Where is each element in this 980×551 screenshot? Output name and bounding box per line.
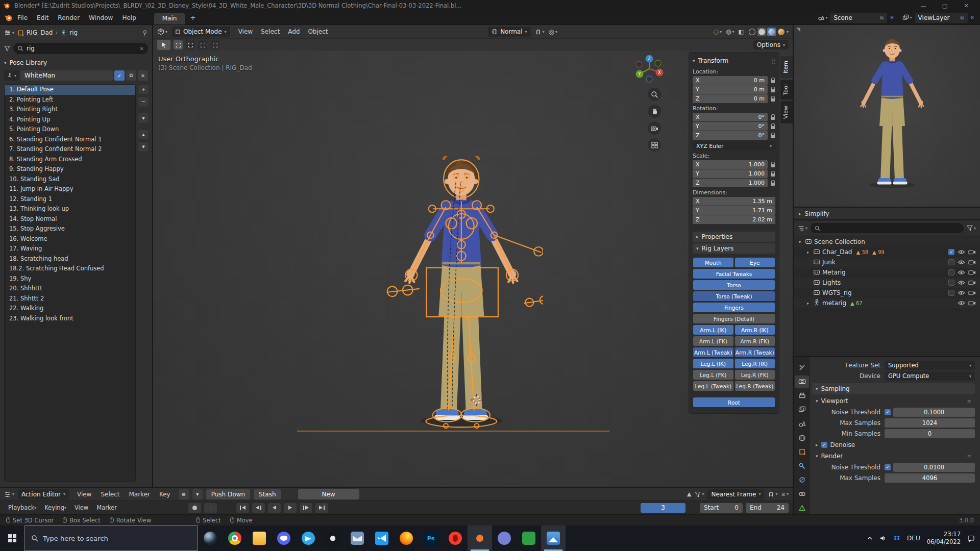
move-pose-down-button[interactable]: ▾ xyxy=(138,141,149,152)
play-reverse-button[interactable] xyxy=(268,503,281,513)
disable-render-icon[interactable] xyxy=(968,269,976,276)
outliner-row-char-dad[interactable]: ▸Char_Dad▲ 38▲ 99✓ xyxy=(794,247,980,257)
dopesheet-menu-marker[interactable]: Marker xyxy=(124,487,154,501)
viewlayer-browse-button[interactable]: ▾ xyxy=(901,13,914,23)
play-button[interactable] xyxy=(284,503,297,513)
navigation-gizmo[interactable]: Z X Y xyxy=(634,54,664,84)
filter-button[interactable] xyxy=(4,45,10,52)
dopesheet-menu-key[interactable]: Key xyxy=(155,487,175,501)
simplify-panel-header[interactable]: ▸ Simplify xyxy=(794,207,980,219)
next-keyframe-button[interactable] xyxy=(300,503,312,513)
select-mode-extend-button[interactable] xyxy=(186,40,195,49)
tab-constraint-properties[interactable] xyxy=(795,488,809,500)
lock-icon[interactable] xyxy=(770,77,775,84)
playback-menu-playback[interactable]: Playback ▾ xyxy=(4,501,40,515)
tab-world-properties[interactable] xyxy=(795,432,809,444)
tab-viewlayer-properties[interactable] xyxy=(795,404,809,416)
pose-item[interactable]: 18. Scratching head xyxy=(5,254,135,264)
viewport-canvas[interactable]: User Orthographic (3) Scene Collection |… xyxy=(153,51,793,487)
tab-scene-properties[interactable] xyxy=(795,417,809,430)
viewport-menu-add[interactable]: Add xyxy=(284,25,304,39)
keyboard-language[interactable]: DEU xyxy=(907,535,920,542)
rig-layer-torso[interactable]: Torso xyxy=(693,280,775,290)
outliner-row-wgts-rig[interactable]: WGTS_rig xyxy=(794,288,980,298)
denoise-checkbox[interactable]: ✓ xyxy=(821,442,827,448)
taskbar-search-input[interactable]: Type here to search xyxy=(24,525,198,551)
tab-render-properties[interactable] xyxy=(795,375,809,388)
pose-item[interactable]: 2. Pointing Left xyxy=(5,95,135,105)
snap-toggle[interactable]: ▾ xyxy=(535,29,545,35)
gizmos-toggle[interactable]: ◌ ▾ xyxy=(714,28,722,35)
tab-view[interactable]: View xyxy=(780,101,793,123)
tab-object-properties[interactable] xyxy=(795,445,809,458)
rotation-mode-dropdown[interactable]: XYZ Euler ▾ xyxy=(693,141,775,151)
taskbar-app-telegram[interactable] xyxy=(296,525,321,551)
hide-eye-icon[interactable] xyxy=(958,269,965,276)
clear-search-icon[interactable]: ✕ xyxy=(140,46,144,52)
render-noise-threshold-checkbox[interactable]: ✓ xyxy=(885,464,891,470)
dimension-field-z[interactable]: Z2.02 m xyxy=(693,215,775,224)
taskbar-app-file-explorer[interactable] xyxy=(247,525,272,551)
playback-menu-keying[interactable]: Keying ▾ xyxy=(40,501,70,515)
rig-layer-leg-r-tweak[interactable]: Leg.R (Tweak) xyxy=(735,381,775,391)
disable-render-icon[interactable] xyxy=(968,290,976,296)
dopesheet-filter-button[interactable]: ▾ xyxy=(695,491,704,497)
taskbar-app-vscode[interactable] xyxy=(370,525,394,551)
taskbar-app-discord[interactable] xyxy=(272,525,296,551)
volume-icon[interactable] xyxy=(879,535,887,542)
xray-toggle[interactable]: ◧ xyxy=(739,29,744,35)
tab-output-properties[interactable] xyxy=(795,389,809,402)
show-errors-toggle[interactable]: ▲ xyxy=(687,491,691,497)
exclude-checkbox[interactable] xyxy=(948,290,954,296)
taskbar-app-chrome[interactable] xyxy=(223,525,247,551)
viewlayer-name-field[interactable]: ViewLayer ⧉ xyxy=(915,13,968,23)
character-rig-model[interactable] xyxy=(361,156,543,429)
proportional-edit-toggle[interactable]: ◎ ▾ xyxy=(549,28,557,36)
lock-icon[interactable] xyxy=(770,170,775,177)
blender-menu-icon[interactable] xyxy=(4,13,13,22)
tab-tool[interactable]: Tool xyxy=(780,80,793,99)
outliner-row-junk[interactable]: Junk xyxy=(794,257,980,267)
rig-layer-eye[interactable]: Eye xyxy=(735,258,775,267)
rotation-field-y[interactable]: Y0° xyxy=(693,122,768,131)
hide-eye-icon[interactable] xyxy=(958,280,965,286)
zoom-button[interactable] xyxy=(648,88,661,101)
dimension-field-y[interactable]: Y1.71 m xyxy=(693,206,775,215)
scale-field-x[interactable]: X1.000 xyxy=(693,160,768,169)
taskbar-app-github[interactable] xyxy=(321,525,345,551)
outliner-row-metarig[interactable]: ▸metarig▲ 67 xyxy=(794,298,980,308)
viewport-3d[interactable]: ▾ Object Mode ▾ ViewSelectAddObject Norm… xyxy=(153,25,793,487)
taskbar-app-photos[interactable] xyxy=(541,525,566,551)
taskbar-app-blender[interactable] xyxy=(468,525,492,551)
rig-layer-arm-l-tweak[interactable]: Arm.L (Tweak) xyxy=(693,347,733,357)
dopesheet-menu-view[interactable]: View xyxy=(72,487,96,501)
hide-eye-icon[interactable] xyxy=(958,249,965,255)
menu-edit[interactable]: Edit xyxy=(32,11,53,24)
overlays-toggle[interactable]: ◍ ▾ xyxy=(726,28,734,35)
clock[interactable]: 23:17 06/04/2022 xyxy=(927,531,961,546)
dimension-field-x[interactable]: X1.35 m xyxy=(693,197,775,206)
new-viewlayer-icon[interactable]: ⧉ xyxy=(960,15,964,21)
rig-layer-facial-tweaks[interactable]: Facial Tweaks xyxy=(693,269,775,279)
lock-icon[interactable] xyxy=(770,180,775,186)
preview-viewport[interactable]: ◥ xyxy=(794,25,980,207)
stash-button[interactable]: Stash xyxy=(254,489,281,499)
pose-specials-button[interactable]: ▾ xyxy=(138,113,149,123)
add-workspace-button[interactable]: + xyxy=(185,14,201,21)
orthographic-toggle-button[interactable] xyxy=(648,138,661,152)
workspace-tab-main[interactable]: Main xyxy=(154,13,185,24)
rig-layer-fingers-detail[interactable]: Fingers (Detail) xyxy=(693,314,775,323)
pose-library-panel-header[interactable]: ▾ Pose Library xyxy=(0,57,152,69)
rig-layer-arm-l-ik[interactable]: Arm.L (IK) xyxy=(693,325,733,335)
location-field-y[interactable]: Y0 m xyxy=(693,85,768,94)
rig-layer-fingers[interactable]: Fingers xyxy=(693,303,775,312)
browse-pose-library-button[interactable]: ▾ xyxy=(4,70,19,81)
scene-name-field[interactable]: Scene ⧉ xyxy=(830,13,887,23)
playback-menu-view[interactable]: View xyxy=(70,501,92,515)
unlink-library-button[interactable]: ✕ xyxy=(138,70,148,81)
fake-user-toggle[interactable]: ✓ xyxy=(114,70,125,81)
exclude-checkbox[interactable] xyxy=(948,280,954,286)
expand-arrow-icon[interactable]: ▾ xyxy=(797,240,803,244)
rig-layer-arm-r-fk[interactable]: Arm.R (FK) xyxy=(735,336,775,346)
pose-item[interactable]: 8. Standing Arm Crossed xyxy=(5,155,135,165)
